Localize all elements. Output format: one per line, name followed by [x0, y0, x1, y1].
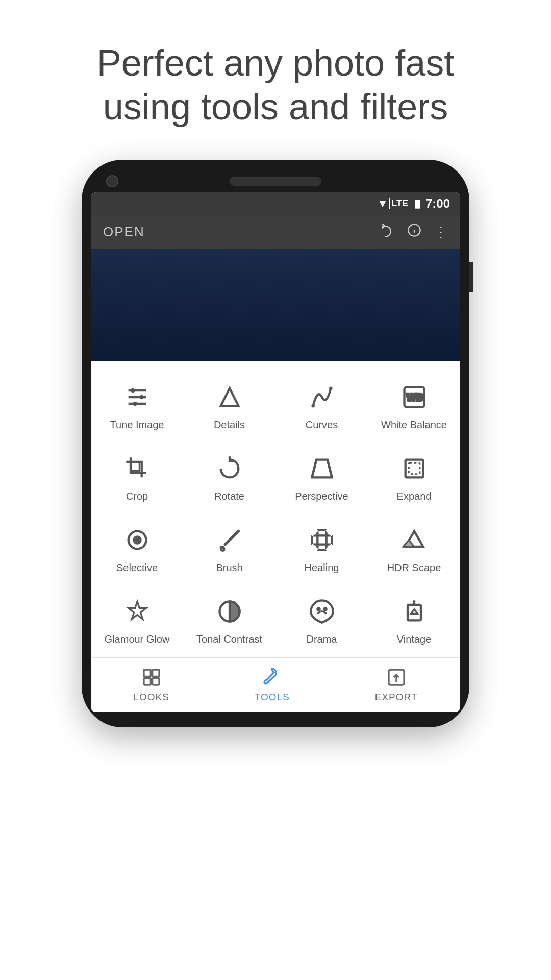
tool-white-balance[interactable]: WB White Balance: [368, 372, 460, 443]
svg-rect-41: [152, 678, 159, 684]
more-icon[interactable]: ⋮: [434, 224, 448, 240]
tool-drama[interactable]: Drama: [276, 586, 368, 657]
tool-expand[interactable]: Expand: [368, 443, 460, 514]
svg-rect-19: [409, 463, 420, 474]
tools-label: TOOLS: [255, 692, 290, 703]
tool-curves[interactable]: Curves: [276, 372, 368, 443]
tune-image-label: Tune Image: [110, 419, 164, 431]
details-label: Details: [214, 419, 245, 431]
open-button[interactable]: OPEN: [103, 224, 145, 240]
svg-point-33: [317, 608, 319, 610]
phone-top: [91, 175, 460, 187]
looks-icon: [140, 666, 163, 689]
brush-icon: [214, 525, 245, 555]
export-icon: [385, 666, 408, 689]
tool-healing[interactable]: Healing: [276, 514, 368, 586]
svg-rect-38: [144, 670, 151, 676]
nav-tools[interactable]: TOOLS: [255, 666, 290, 703]
looks-label: LOOKS: [133, 692, 169, 703]
tool-vintage[interactable]: Vintage: [368, 586, 460, 657]
svg-rect-40: [144, 678, 151, 684]
svg-marker-9: [220, 388, 238, 406]
selective-label: Selective: [116, 561, 158, 574]
glamour-glow-icon: [122, 596, 153, 627]
svg-point-8: [133, 401, 137, 406]
tool-hdr-scape[interactable]: HDR Scape: [368, 514, 460, 586]
toolbar-icons: ⋮: [381, 223, 448, 241]
expand-label: Expand: [397, 490, 432, 502]
headline: Perfect any photo fast using tools and f…: [0, 0, 551, 150]
status-time: 7:00: [425, 197, 450, 211]
svg-point-7: [139, 395, 144, 399]
status-icons: ▾ LTE ▮: [380, 197, 420, 210]
white-balance-label: White Balance: [381, 419, 447, 431]
tools-grid: Tune Image Details: [91, 372, 460, 657]
tool-rotate[interactable]: Rotate: [183, 443, 276, 514]
tonal-contrast-label: Tonal Contrast: [196, 633, 262, 645]
drama-icon: [307, 596, 337, 627]
tools-icon: [261, 666, 283, 689]
rotate-label: Rotate: [214, 490, 244, 502]
crop-label: Crop: [126, 490, 148, 502]
svg-line-16: [312, 459, 316, 477]
export-label: EXPORT: [375, 692, 418, 703]
tool-selective[interactable]: Selective: [91, 514, 183, 586]
details-icon: [214, 382, 245, 412]
status-bar: ▾ LTE ▮ 7:00: [91, 192, 460, 215]
tool-details[interactable]: Details: [183, 372, 276, 443]
svg-point-10: [311, 404, 315, 408]
tool-tonal-contrast[interactable]: Tonal Contrast: [183, 586, 276, 657]
svg-marker-37: [411, 609, 417, 614]
app-toolbar: OPEN ⋮: [91, 215, 460, 249]
lte-icon: LTE: [389, 198, 410, 209]
tool-brush[interactable]: Brush: [183, 514, 276, 586]
vintage-label: Vintage: [397, 633, 431, 645]
drama-label: Drama: [306, 633, 337, 645]
svg-rect-24: [317, 530, 326, 550]
svg-point-34: [324, 608, 326, 610]
bottom-nav: LOOKS TOOLS: [91, 657, 460, 712]
healing-label: Healing: [305, 561, 339, 574]
svg-rect-39: [152, 670, 159, 676]
svg-rect-14: [131, 462, 139, 471]
undo-icon[interactable]: [381, 223, 395, 241]
svg-point-11: [329, 386, 333, 390]
curves-icon: [307, 382, 337, 412]
front-camera: [106, 175, 118, 187]
side-button: [469, 262, 473, 292]
info-icon[interactable]: [407, 223, 421, 241]
tune-image-icon: [122, 382, 153, 412]
phone-speaker: [230, 177, 321, 186]
perspective-label: Perspective: [295, 490, 348, 502]
vintage-icon: [399, 596, 430, 627]
svg-marker-31: [128, 601, 146, 619]
svg-text:WB: WB: [406, 391, 423, 402]
svg-rect-36: [408, 605, 421, 620]
hdr-scape-label: HDR Scape: [387, 561, 441, 574]
photo-preview: [91, 249, 460, 361]
nav-looks[interactable]: LOOKS: [133, 666, 169, 703]
tonal-contrast-icon: [214, 596, 245, 627]
svg-point-22: [136, 539, 138, 541]
expand-icon: [399, 453, 430, 484]
phone-frame: ▾ LTE ▮ 7:00 OPEN: [82, 160, 469, 727]
white-balance-icon: WB: [399, 382, 430, 412]
svg-point-42: [265, 682, 267, 684]
svg-rect-23: [312, 535, 332, 544]
battery-icon: ▮: [414, 197, 420, 210]
phone-screen: ▾ LTE ▮ 7:00 OPEN: [91, 192, 460, 712]
rotate-icon: [214, 453, 245, 484]
tools-panel: Tune Image Details: [91, 361, 460, 712]
svg-line-17: [327, 459, 332, 477]
svg-marker-30: [403, 540, 414, 547]
hdr-scape-icon: [399, 525, 430, 555]
tool-tune-image[interactable]: Tune Image: [91, 372, 183, 443]
perspective-icon: [307, 453, 337, 484]
healing-icon: [307, 525, 337, 555]
tool-glamour-glow[interactable]: Glamour Glow: [91, 586, 183, 657]
svg-point-6: [131, 388, 135, 393]
tool-perspective[interactable]: Perspective: [276, 443, 368, 514]
tool-crop[interactable]: Crop: [91, 443, 183, 514]
nav-export[interactable]: EXPORT: [375, 666, 418, 703]
selective-icon: [122, 525, 153, 555]
